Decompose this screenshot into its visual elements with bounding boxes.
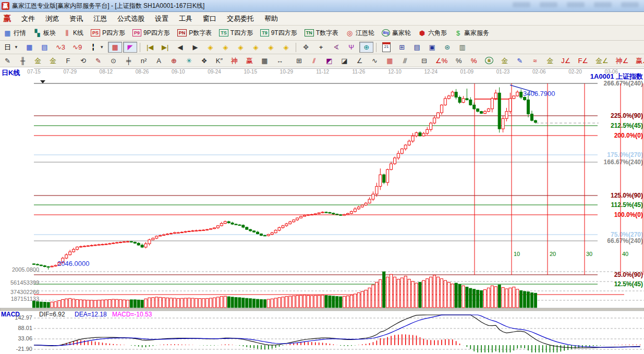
- menu-item-9[interactable]: 帮助: [259, 13, 283, 25]
- menu-item-1[interactable]: 浏览: [40, 13, 64, 25]
- grid-red-button[interactable]: ▦: [383, 55, 397, 66]
- calendar-button[interactable]: 21: [379, 41, 394, 54]
- menu-item-6[interactable]: 工具: [174, 13, 198, 25]
- sectors-button[interactable]: ▚板块: [30, 27, 59, 39]
- menu-item-5[interactable]: 设置: [150, 13, 174, 25]
- t-number-button[interactable]: TNT数字表: [301, 27, 342, 39]
- color-chart-button[interactable]: ◤: [123, 42, 137, 53]
- wave-red-button[interactable]: ≈: [528, 55, 542, 66]
- p9-square-button[interactable]: P99P四方形: [129, 27, 173, 39]
- gold-grid2-button[interactable]: 金: [46, 55, 60, 66]
- fan-box-button[interactable]: ◪: [337, 55, 351, 66]
- net-red-button[interactable]: ▦: [108, 42, 122, 53]
- gann-diamond-right-button[interactable]: ◈: [218, 42, 233, 53]
- first-page-button[interactable]: |◀: [143, 42, 157, 53]
- report-button[interactable]: ▤: [38, 42, 52, 53]
- prev-button[interactable]: ◀: [173, 42, 187, 53]
- pen2-button[interactable]: ✎: [91, 55, 105, 66]
- candle-body: [484, 112, 487, 114]
- box-corner-button[interactable]: ⊞: [292, 55, 306, 66]
- gold-line-button[interactable]: 金: [497, 55, 512, 66]
- quotes-button[interactable]: ▦行情: [1, 27, 29, 39]
- wave3-button[interactable]: ∿3: [53, 42, 68, 53]
- gann-diamond-h-button[interactable]: ◈: [234, 42, 248, 53]
- menu-item-3[interactable]: 江恩: [88, 13, 112, 25]
- web-teal-button[interactable]: ✳: [182, 55, 196, 66]
- angle-lines-button[interactable]: ∠: [353, 55, 367, 66]
- gann-diamond-left-button[interactable]: ◈: [203, 42, 217, 53]
- arrows-button[interactable]: ↔: [273, 55, 287, 66]
- compass-button[interactable]: ⊙: [106, 55, 120, 66]
- p-number-button[interactable]: PNP数字表: [174, 27, 215, 39]
- t9-square-button[interactable]: T99T四方形: [257, 27, 300, 39]
- chart-area[interactable]: 07-1507-2908-1208-2609-1009-2410-1510-29…: [0, 67, 644, 354]
- f-grid-button[interactable]: F: [61, 55, 75, 66]
- n2-grid-button[interactable]: n²: [137, 55, 151, 66]
- pct-angle-button[interactable]: ∠%: [432, 55, 451, 66]
- shen-angle-button[interactable]: 神∠: [613, 55, 632, 66]
- gold-angle-button[interactable]: 金∠: [592, 55, 612, 66]
- cycle-tool-button[interactable]: ⊕: [359, 42, 373, 53]
- a-angle-button[interactable]: A: [152, 55, 166, 66]
- kline-button[interactable]: ⫼K线: [60, 27, 87, 39]
- hexagon-button[interactable]: ⬢六角形: [415, 27, 450, 39]
- parallel-button[interactable]: ⫻: [398, 55, 412, 66]
- pct-button[interactable]: %: [452, 55, 466, 66]
- menu-item-8[interactable]: 交易委托: [222, 13, 259, 25]
- angle-measure-button[interactable]: ∢: [329, 42, 343, 53]
- gann-purple-button[interactable]: Ψ: [344, 42, 358, 53]
- gann-diamond-full-button[interactable]: ◈: [279, 42, 293, 53]
- candle-body: [166, 234, 169, 235]
- hand-tool-button[interactable]: ✥: [299, 42, 313, 53]
- wave-lines-button[interactable]: ∿: [368, 55, 382, 66]
- f-angle-button[interactable]: F∠: [575, 55, 591, 66]
- period-day-button[interactable]: 日▼: [1, 42, 21, 53]
- gold-line2-button[interactable]: 金: [543, 55, 557, 66]
- col-ratio-button[interactable]: ⊟: [417, 55, 431, 66]
- menu-item-2[interactable]: 资讯: [64, 13, 88, 25]
- grid123-button[interactable]: ▦: [258, 55, 272, 66]
- crosshair-button[interactable]: +: [314, 42, 328, 53]
- gold-grid-button[interactable]: 金: [31, 55, 45, 66]
- winner-wheel-button[interactable]: Big赢家轮: [379, 27, 414, 39]
- notes-button[interactable]: ▤: [410, 42, 424, 53]
- circle-cross-button[interactable]: ⊕: [167, 55, 181, 66]
- volume-bar: [65, 299, 68, 308]
- gold-circle-button[interactable]: 金: [482, 55, 496, 66]
- winner-service-button[interactable]: $赢家服务: [451, 27, 492, 39]
- k-quote-button[interactable]: K″: [212, 55, 226, 66]
- menu-item-0[interactable]: 文件: [16, 13, 40, 25]
- j-angle-button[interactable]: J∠: [558, 55, 574, 66]
- wave9-button[interactable]: ∿9: [69, 42, 85, 53]
- menu-item-4[interactable]: 公式选股: [112, 13, 150, 25]
- pct-line-button[interactable]: %: [467, 55, 481, 66]
- fan-purple-button[interactable]: ◩: [322, 55, 336, 66]
- gold-line-icon: 金: [501, 57, 508, 65]
- fan-red-button[interactable]: ⫽: [307, 55, 321, 66]
- candle-body: [101, 245, 104, 245]
- pen-blue-button[interactable]: ✎: [513, 55, 527, 66]
- shen-grid-button[interactable]: 神: [227, 55, 241, 66]
- win-angle-button[interactable]: 赢∠: [633, 55, 644, 66]
- kline-chart[interactable]: 07-1507-2908-1208-2609-1009-2410-1510-29…: [0, 67, 644, 354]
- web-share-button[interactable]: ⊛: [440, 42, 454, 53]
- menu-item-7[interactable]: 窗口: [198, 13, 222, 25]
- spiral-button[interactable]: ⟲: [76, 55, 90, 66]
- draw-pen-button[interactable]: ✎: [1, 55, 15, 66]
- candle-style-button[interactable]: ╏▼: [86, 42, 107, 53]
- draw-grid-button[interactable]: ╫: [16, 55, 30, 66]
- t-square-button[interactable]: TST四方形: [216, 27, 256, 39]
- win-grid-button[interactable]: 赢: [242, 55, 257, 66]
- calculator-button[interactable]: ⊞: [395, 42, 409, 53]
- dense-grid-button[interactable]: ╪: [121, 55, 136, 66]
- gann-diamond-cross-button[interactable]: ◈: [264, 42, 278, 53]
- gann-wheel-button[interactable]: ◎江恩轮: [343, 27, 378, 39]
- next-button[interactable]: ▶: [188, 42, 202, 53]
- web-box-button[interactable]: ❖: [197, 55, 211, 66]
- gann-diamond-x-button[interactable]: ◈: [249, 42, 263, 53]
- last-page-button[interactable]: ▶|: [158, 42, 172, 53]
- gann-net-button[interactable]: ▦: [22, 42, 37, 53]
- save-button[interactable]: ▣: [425, 42, 439, 53]
- print-button[interactable]: ▥: [455, 42, 469, 53]
- p-square-button[interactable]: PSP四方形: [88, 27, 128, 39]
